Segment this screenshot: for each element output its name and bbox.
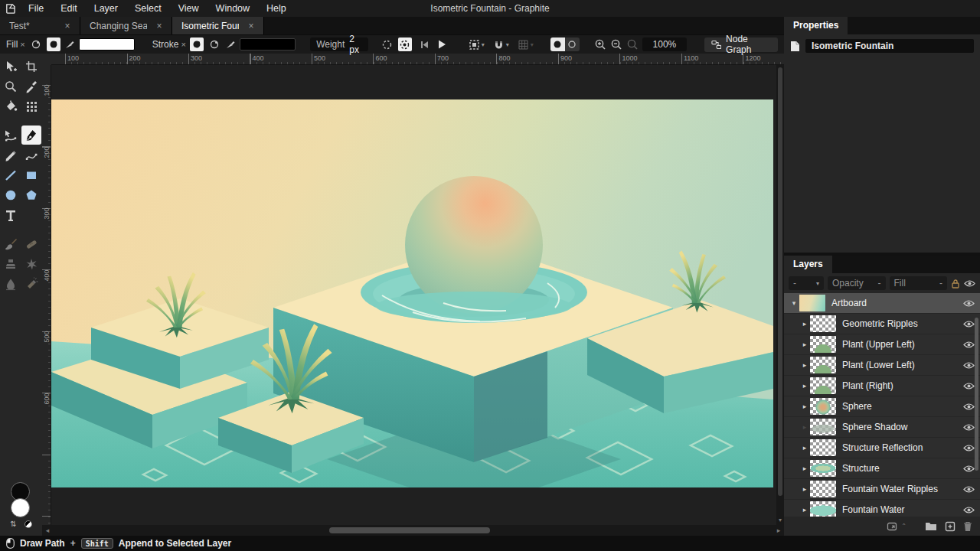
chevron-right-icon[interactable]: ▸ (799, 320, 810, 328)
insert-layer-dropdown[interactable]: ⌃ (887, 521, 906, 532)
layer-row-sphere-shadow[interactable]: ▸Sphere Shadow (784, 417, 980, 437)
fill-color-swatch[interactable] (79, 38, 135, 51)
zoom-in-button[interactable] (594, 38, 606, 51)
tab-close-icon[interactable]: × (155, 21, 164, 31)
menu-window[interactable]: Window (207, 0, 258, 17)
layer-row-structure-reflection[interactable]: ▸Structure Reflection (784, 438, 980, 458)
chevron-right-icon[interactable]: ▸ (799, 444, 810, 452)
chevron-right-icon[interactable]: ▸ (799, 465, 810, 472)
tab-layers[interactable]: Layers (784, 256, 832, 273)
ellipse-tool-icon[interactable] (1, 185, 21, 204)
fill-clear-button[interactable]: × (20, 40, 24, 49)
document-tab-0[interactable]: Test*× (0, 17, 80, 34)
spline-tool-icon[interactable] (21, 145, 41, 165)
zoom-out-button[interactable] (610, 38, 622, 51)
menu-layer[interactable]: Layer (86, 0, 126, 17)
menu-help[interactable]: Help (258, 0, 295, 17)
graphite-logo-icon[interactable] (0, 3, 20, 15)
chevron-right-icon[interactable]: ▸ (799, 423, 810, 431)
stroke-color-swatch[interactable] (240, 38, 296, 51)
layer-row-plant-lower-left[interactable]: ▸Plant (Lower Left) (784, 355, 980, 375)
play-button[interactable] (436, 39, 447, 50)
layer-row-fountain-water-ripples[interactable]: ▸Fountain Water Ripples (784, 479, 980, 499)
path-tool-icon[interactable] (1, 126, 21, 145)
stroke-primary-toggle[interactable] (190, 37, 204, 51)
patch-tool-icon[interactable] (21, 254, 41, 273)
fill-secondary-toggle[interactable] (47, 37, 60, 51)
eyedropper-tool-icon[interactable] (21, 77, 41, 96)
fill-primary-toggle[interactable] (29, 37, 43, 51)
vertical-scrollbar-thumb[interactable] (778, 67, 782, 496)
tab-close-icon[interactable]: × (63, 21, 72, 31)
layer-visibility-icon[interactable] (962, 444, 975, 452)
canvas-artwork[interactable] (51, 99, 773, 487)
clone-tool-icon[interactable] (1, 254, 21, 273)
heal-tool-icon[interactable] (21, 234, 41, 253)
stroke-secondary-toggle[interactable] (207, 37, 221, 51)
layer-visibility-icon[interactable] (962, 506, 975, 514)
reset-colors-icon[interactable] (24, 520, 32, 528)
chevron-right-icon[interactable]: ▸ (799, 382, 810, 390)
stroke-weight-input[interactable]: Weight 2 px (310, 37, 368, 51)
tab-properties[interactable]: Properties (784, 17, 848, 34)
selection-mode-dropdown[interactable]: ▾ (466, 39, 487, 51)
node-graph-button[interactable]: Node Graph (704, 37, 778, 52)
chevron-right-icon[interactable]: ▸ (799, 403, 810, 410)
layer-visibility-icon[interactable] (962, 299, 975, 308)
layers-scrollbar-thumb[interactable] (975, 318, 978, 471)
scroll-right-icon[interactable]: ▸ (773, 527, 784, 534)
chevron-right-icon[interactable]: ▸ (799, 485, 810, 493)
layer-visibility-icon[interactable] (962, 423, 975, 432)
layer-row-plant-right[interactable]: ▸Plant (Right) (784, 376, 980, 396)
delete-layer-icon[interactable] (963, 521, 972, 532)
rectangle-tool-icon[interactable] (21, 165, 41, 184)
swap-colors-icon[interactable]: ⇅ (10, 520, 16, 528)
fill-tool-icon[interactable] (1, 96, 21, 116)
text-tool-icon[interactable] (1, 205, 21, 224)
layer-visibility-icon[interactable] (962, 361, 975, 370)
menu-edit[interactable]: Edit (52, 0, 86, 17)
menu-file[interactable]: File (20, 0, 52, 17)
new-folder-icon[interactable] (925, 521, 937, 531)
layer-visibility-icon[interactable] (962, 485, 975, 494)
layer-row-structure[interactable]: ▸Structure (784, 458, 980, 478)
fill-picker-icon[interactable] (64, 39, 75, 50)
overlay-toggle-off[interactable] (380, 37, 394, 51)
layer-row-plant-upper-left[interactable]: ▸Plant (Upper Left) (784, 334, 980, 354)
stroke-picker-icon[interactable] (225, 39, 236, 50)
opacity-input[interactable]: Opacity - (828, 276, 886, 290)
zoom-reset-button[interactable] (626, 38, 639, 51)
polygon-tool-icon[interactable] (21, 185, 41, 204)
detail-tool-icon[interactable] (1, 274, 21, 293)
stroke-clear-button[interactable]: × (181, 40, 185, 49)
horizontal-scrollbar[interactable]: ◂ ▸ (42, 525, 784, 536)
new-layer-icon[interactable] (945, 521, 956, 532)
view-mode-outline[interactable] (565, 37, 580, 51)
tab-close-icon[interactable]: × (247, 21, 256, 31)
snapping-dropdown[interactable]: ▾ (491, 39, 511, 51)
layer-row-geometric-ripples[interactable]: ▸Geometric Ripples (784, 314, 980, 334)
document-tab-2[interactable]: Isometric Fountain× (172, 17, 264, 34)
freehand-tool-icon[interactable] (1, 145, 21, 165)
layer-row-sphere[interactable]: ▸Sphere (784, 396, 980, 416)
layer-row-artboard[interactable]: ▾Artboard (784, 293, 980, 313)
line-tool-icon[interactable] (1, 165, 21, 184)
visibility-icon[interactable] (964, 279, 975, 288)
overlay-toggle-on[interactable] (398, 37, 412, 51)
zoom-level-input[interactable]: 100% (642, 37, 687, 51)
skip-to-start-button[interactable] (420, 40, 430, 50)
horizontal-scrollbar-thumb[interactable] (329, 527, 490, 533)
chevron-down-icon[interactable]: ▾ (789, 299, 799, 307)
menu-view[interactable]: View (170, 0, 207, 17)
secondary-color-swatch[interactable] (11, 498, 30, 517)
layer-visibility-icon[interactable] (962, 465, 975, 473)
layer-visibility-icon[interactable] (962, 382, 975, 390)
chevron-right-icon[interactable]: ▸ (799, 506, 810, 514)
vertical-scrollbar[interactable]: ▾ (776, 65, 784, 525)
artboard-tool-icon[interactable] (21, 57, 41, 76)
blend-mode-dropdown[interactable]: - ▾ (789, 276, 824, 290)
layer-visibility-icon[interactable] (962, 341, 975, 349)
fill-opacity-input[interactable]: Fill - (890, 276, 948, 290)
view-mode-normal[interactable] (550, 37, 565, 51)
scroll-down-icon[interactable]: ▾ (776, 517, 784, 523)
